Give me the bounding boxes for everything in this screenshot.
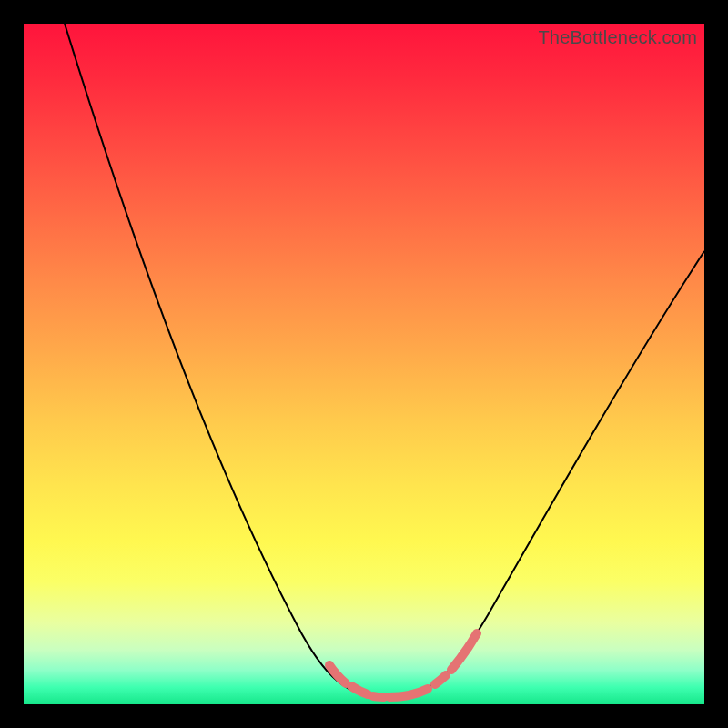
chart-plot-area: TheBottleneck.com <box>24 24 704 704</box>
highlight-seg-4 <box>389 689 428 697</box>
highlight-seg-1 <box>329 665 346 683</box>
highlight-seg-5 <box>435 675 446 684</box>
bottleneck-curve-path <box>65 24 704 699</box>
highlight-seg-6 <box>451 633 477 670</box>
highlight-seg-3 <box>373 696 384 697</box>
bottleneck-curve-svg <box>24 24 704 704</box>
highlight-seg-2 <box>351 686 368 694</box>
